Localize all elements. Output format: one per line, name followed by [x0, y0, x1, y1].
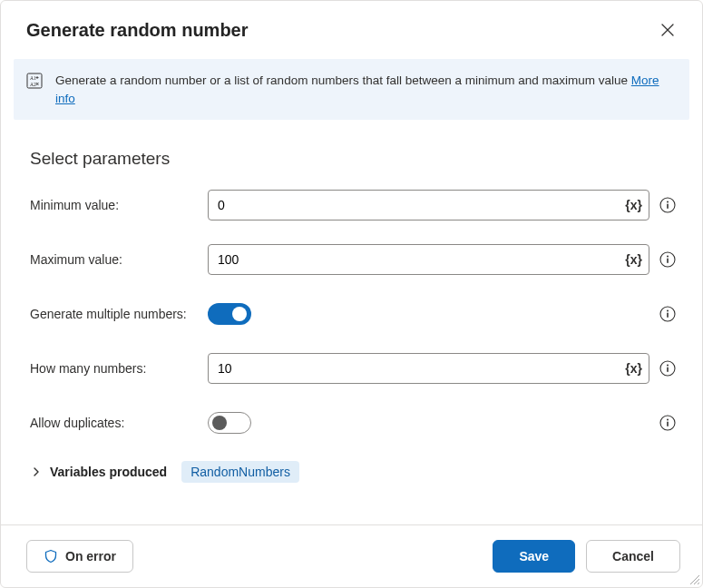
row-max-value: Maximum value: {x}: [30, 243, 677, 276]
svg-rect-14: [667, 368, 669, 373]
count-info[interactable]: [659, 359, 677, 377]
dup-info[interactable]: [659, 414, 677, 432]
variables-produced-label[interactable]: Variables produced: [50, 465, 167, 479]
svg-point-4: [667, 201, 669, 203]
dialog-title: Generate random number: [26, 20, 249, 41]
svg-point-7: [667, 256, 669, 258]
count-label: How many numbers:: [30, 361, 208, 376]
svg-point-10: [667, 310, 669, 312]
info-icon: [659, 251, 676, 268]
variable-picker-icon[interactable]: {x}: [625, 361, 642, 376]
svg-rect-17: [667, 422, 669, 427]
dialog-footer: On error Save Cancel: [1, 524, 702, 587]
on-error-button[interactable]: On error: [26, 540, 133, 573]
close-button[interactable]: [655, 17, 680, 43]
count-input[interactable]: [208, 353, 649, 384]
info-icon: [659, 197, 676, 213]
svg-rect-11: [667, 313, 669, 318]
row-count: How many numbers: {x}: [30, 352, 677, 385]
max-value-label: Maximum value:: [30, 252, 208, 267]
dialog: Generate random number A1A2 Generate a r…: [0, 0, 703, 588]
dup-toggle[interactable]: [208, 412, 251, 434]
variables-produced-row: Variables produced RandomNumbers: [30, 461, 677, 483]
info-icon: [659, 306, 676, 322]
multi-toggle[interactable]: [208, 303, 251, 325]
banner-text-wrap: Generate a random number or a list of ra…: [55, 72, 675, 107]
row-min-value: Minimum value: {x}: [30, 189, 677, 221]
info-banner: A1A2 Generate a random number or a list …: [14, 59, 689, 120]
banner-text: Generate a random number or a list of ra…: [55, 74, 631, 87]
variables-expand[interactable]: [30, 466, 43, 478]
info-icon: [659, 360, 676, 377]
save-label: Save: [519, 549, 549, 564]
svg-rect-5: [667, 204, 669, 210]
min-value-label: Minimum value:: [30, 198, 208, 212]
chevron-right-icon: [32, 467, 41, 476]
resize-grip-icon[interactable]: [689, 574, 700, 585]
svg-point-13: [667, 365, 669, 367]
max-value-info[interactable]: [659, 250, 677, 269]
min-value-info[interactable]: [659, 196, 677, 214]
shield-icon: [44, 549, 58, 564]
svg-text:A2: A2: [30, 82, 36, 87]
close-icon: [661, 24, 674, 36]
action-icon: A1A2: [26, 73, 43, 89]
min-value-input[interactable]: [208, 190, 649, 220]
save-button[interactable]: Save: [493, 540, 575, 573]
dialog-header: Generate random number: [1, 1, 702, 59]
svg-point-16: [667, 419, 669, 421]
info-icon: [659, 415, 676, 431]
svg-text:A1: A1: [30, 75, 36, 81]
max-value-input[interactable]: [208, 244, 649, 275]
row-allow-duplicates: Allow duplicates:: [30, 407, 677, 439]
multi-label: Generate multiple numbers:: [30, 307, 208, 321]
content-area: Select parameters Minimum value: {x} Max…: [1, 127, 702, 524]
on-error-label: On error: [65, 549, 116, 564]
variable-picker-icon[interactable]: {x}: [625, 252, 642, 267]
dup-label: Allow duplicates:: [30, 416, 208, 430]
svg-rect-8: [667, 259, 669, 264]
section-title: Select parameters: [30, 149, 677, 169]
cancel-label: Cancel: [612, 549, 654, 564]
variable-picker-icon[interactable]: {x}: [625, 198, 642, 212]
multi-info[interactable]: [659, 305, 677, 323]
variable-chip[interactable]: RandomNumbers: [181, 461, 299, 483]
cancel-button[interactable]: Cancel: [586, 540, 680, 573]
row-generate-multiple: Generate multiple numbers:: [30, 298, 677, 330]
